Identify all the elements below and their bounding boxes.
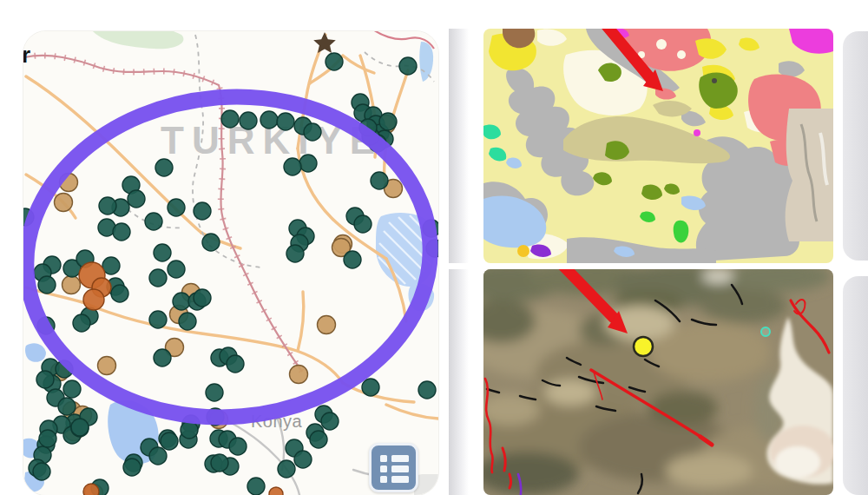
teal-ring-marker [761, 327, 770, 336]
quake-marker[interactable] [179, 313, 196, 330]
quake-marker[interactable] [161, 432, 178, 450]
quake-marker[interactable] [344, 251, 361, 268]
gallery-gutter-bottom [449, 269, 469, 495]
geological-map-canvas [483, 29, 833, 263]
quake-marker[interactable] [145, 213, 162, 230]
quake-marker[interactable] [399, 57, 417, 75]
quake-marker[interactable] [299, 155, 317, 172]
quake-marker[interactable] [39, 430, 56, 447]
road-map-canvas: TURKIYE Konya r [23, 31, 438, 495]
quake-marker[interactable] [211, 454, 228, 472]
quake-marker[interactable] [194, 202, 211, 220]
next-card-edge-bottom [843, 276, 868, 495]
quake-marker[interactable] [294, 451, 312, 468]
quake-marker[interactable] [194, 289, 211, 307]
quake-marker[interactable] [418, 381, 436, 399]
quake-marker[interactable] [229, 438, 247, 455]
quake-marker[interactable] [247, 478, 265, 495]
quake-marker[interactable] [38, 276, 56, 294]
quake-marker[interactable] [62, 276, 81, 294]
quake-marker[interactable] [318, 316, 336, 334]
quake-marker[interactable] [128, 190, 145, 208]
satellite-map-panel[interactable] [483, 269, 833, 495]
quake-marker[interactable] [55, 194, 73, 212]
quake-marker[interactable] [73, 314, 90, 332]
quake-marker[interactable] [149, 269, 167, 287]
quake-marker[interactable] [278, 460, 295, 478]
list-button[interactable] [369, 443, 418, 492]
quake-marker[interactable] [371, 172, 388, 189]
geological-map-panel[interactable] [483, 29, 833, 263]
quake-marker[interactable] [154, 244, 171, 261]
quake-marker[interactable] [354, 215, 372, 233]
quake-marker[interactable] [260, 111, 278, 129]
quake-marker[interactable] [379, 113, 397, 130]
quake-marker[interactable] [113, 223, 130, 241]
quake-marker[interactable] [202, 234, 220, 251]
quake-marker[interactable] [33, 463, 50, 480]
quake-marker[interactable] [168, 261, 185, 278]
quake-marker[interactable] [154, 349, 171, 366]
satellite-canvas [483, 269, 833, 495]
quake-marker[interactable] [173, 293, 190, 310]
quake-marker[interactable] [149, 447, 167, 465]
quake-marker[interactable] [240, 112, 257, 129]
epicenter-dot[interactable] [634, 337, 653, 356]
quake-marker[interactable] [71, 419, 89, 436]
quake-marker[interactable] [290, 366, 308, 384]
quake-marker[interactable] [58, 398, 76, 415]
quake-marker[interactable] [269, 487, 283, 495]
quake-marker[interactable] [206, 384, 223, 401]
quake-marker[interactable] [83, 289, 104, 310]
relief-texture [786, 109, 833, 241]
quake-marker[interactable] [155, 159, 173, 176]
quake-marker[interactable] [123, 459, 141, 476]
quake-marker[interactable] [98, 357, 116, 375]
quake-marker[interactable] [304, 123, 321, 141]
quake-marker[interactable] [326, 53, 343, 70]
quake-marker[interactable] [362, 379, 379, 396]
list-icon [375, 449, 413, 487]
quake-marker[interactable] [310, 431, 327, 448]
quake-marker[interactable] [63, 380, 81, 398]
gallery-gutter-top [449, 29, 469, 263]
quake-marker[interactable] [321, 412, 339, 430]
earthquake-map-panel[interactable]: TURKIYE Konya r [23, 31, 438, 495]
quake-marker[interactable] [277, 113, 294, 130]
edge-partial-label: r [23, 42, 30, 68]
quake-marker[interactable] [149, 311, 167, 328]
next-card-edge-top [843, 31, 868, 261]
quake-marker[interactable] [36, 371, 54, 388]
quake-marker[interactable] [286, 245, 304, 262]
quake-marker[interactable] [168, 199, 185, 216]
city-dot [712, 78, 717, 83]
quake-marker[interactable] [111, 285, 128, 302]
quake-marker[interactable] [99, 197, 116, 214]
quake-marker[interactable] [221, 110, 239, 128]
quake-marker[interactable] [227, 355, 244, 373]
screenshot-stage: TURKIYE Konya r [0, 0, 868, 495]
quake-marker[interactable] [83, 484, 99, 495]
quake-marker[interactable] [284, 158, 301, 175]
